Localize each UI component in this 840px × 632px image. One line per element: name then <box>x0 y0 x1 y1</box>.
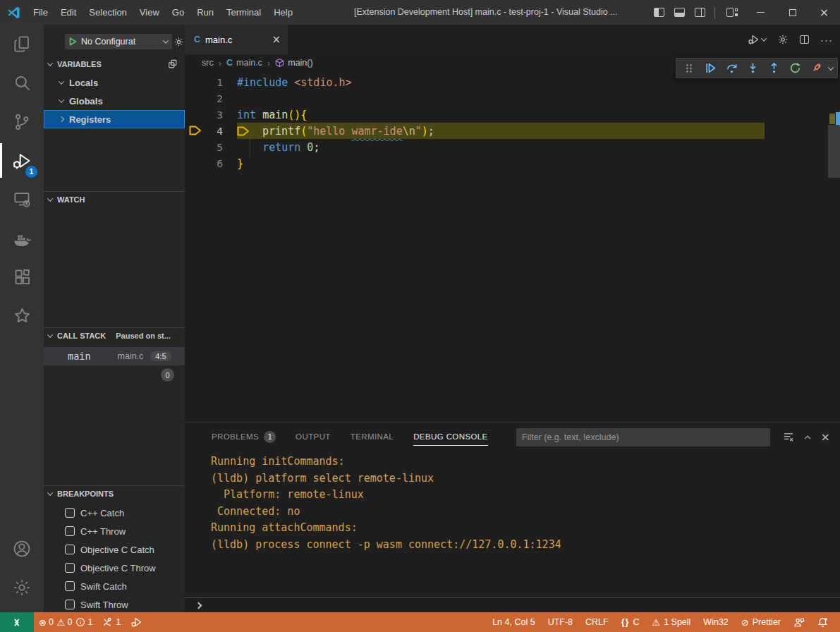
clear-console-icon[interactable] <box>783 432 794 442</box>
debug-status-icon[interactable] <box>126 614 147 630</box>
breakpoint-gutter[interactable] <box>185 74 205 90</box>
remote-indicator[interactable] <box>0 612 34 632</box>
console-filter-input[interactable] <box>516 428 770 446</box>
menu-run[interactable]: Run <box>190 4 220 22</box>
toggle-secondary-sidebar-icon[interactable] <box>695 8 705 17</box>
chevron-down-icon[interactable] <box>828 64 834 70</box>
start-debug-icon[interactable] <box>69 37 77 46</box>
close-tab-icon[interactable]: × <box>272 33 281 46</box>
more-actions-icon[interactable]: ··· <box>820 34 833 46</box>
menu-help[interactable]: Help <box>267 4 299 22</box>
breakpoint-checkbox[interactable] <box>65 508 75 518</box>
maximize-panel-icon[interactable] <box>804 436 810 442</box>
sidebar-item-remote-explorer[interactable] <box>0 180 44 219</box>
code-line[interactable]: 6} <box>185 155 840 171</box>
formatter-status[interactable]: ⊘ Prettier <box>736 614 786 630</box>
breakpoints-section-header[interactable]: BREAKPOINTS <box>44 485 185 501</box>
call-stack-section-header[interactable]: CALL STACK Paused on st... <box>44 327 185 343</box>
sidebar-item-docker[interactable] <box>0 219 44 257</box>
continue-button[interactable] <box>702 60 719 77</box>
problems-status[interactable]: ⊗ 0 ⚠ 0 1 <box>34 614 97 630</box>
code-line[interactable]: 5 return 0; <box>185 139 840 155</box>
sidebar-item-extensions[interactable] <box>0 257 44 296</box>
breakpoint-checkbox[interactable] <box>65 526 75 536</box>
panel-tab-debug-console[interactable]: DEBUG CONSOLE <box>413 423 488 451</box>
variables-item-locals[interactable]: Locals <box>44 73 185 92</box>
line-content[interactable]: int main(){ <box>237 109 307 121</box>
spell-status[interactable]: ⚠ 1 Spell <box>647 614 695 630</box>
breakpoint-checkbox[interactable] <box>65 545 75 554</box>
breakpoint-item[interactable]: C++ Catch <box>44 504 185 522</box>
breakpoint-checkbox[interactable] <box>65 600 75 609</box>
debug-config-dropdown[interactable]: No Configurat <box>65 34 172 49</box>
editor-scrollbar[interactable] <box>828 71 840 422</box>
feedback-button[interactable] <box>789 614 810 630</box>
panel-tab-terminal[interactable]: TERMINAL <box>351 423 394 451</box>
menu-selection[interactable]: Selection <box>83 4 133 22</box>
menu-edit[interactable]: Edit <box>54 4 83 22</box>
encoding[interactable]: UTF-8 <box>543 614 578 630</box>
breakpoint-gutter[interactable] <box>185 139 205 155</box>
code-line[interactable]: 3int main(){ <box>185 107 840 123</box>
code-line[interactable]: 2 <box>185 90 840 107</box>
configure-gear-button[interactable] <box>777 34 789 45</box>
watch-section-header[interactable]: WATCH <box>44 191 185 207</box>
menu-go[interactable]: Go <box>166 4 190 22</box>
breakpoint-gutter[interactable] <box>185 155 205 171</box>
breakpoint-item[interactable]: Objective C Catch <box>44 540 185 559</box>
disconnect-button[interactable] <box>808 60 824 77</box>
customize-layout-icon[interactable] <box>726 8 738 17</box>
toolbar-drag-handle[interactable] <box>681 60 698 77</box>
run-or-debug-button[interactable] <box>748 34 766 45</box>
console-input-row[interactable] <box>185 597 840 613</box>
account-button[interactable] <box>0 529 44 568</box>
sidebar-item-star[interactable] <box>0 296 44 335</box>
copy-icon[interactable] <box>168 59 178 69</box>
menu-file[interactable]: File <box>27 4 54 22</box>
variables-item-registers[interactable]: Registers <box>44 110 185 128</box>
step-out-button[interactable] <box>765 60 782 77</box>
breakpoint-item[interactable]: Objective C Throw <box>44 559 185 577</box>
notifications-button[interactable] <box>812 614 833 630</box>
menu-terminal[interactable]: Terminal <box>220 4 267 22</box>
line-content[interactable]: } <box>237 157 243 170</box>
breakpoint-gutter[interactable] <box>185 123 205 139</box>
platform-target[interactable]: Win32 <box>698 614 733 630</box>
line-content[interactable]: return 0; <box>237 141 319 154</box>
settings-button[interactable] <box>0 568 44 607</box>
minimize-button[interactable] <box>745 0 777 25</box>
sidebar-item-source-control[interactable] <box>0 102 44 141</box>
step-over-button[interactable] <box>723 60 740 77</box>
sidebar-item-search[interactable] <box>0 63 44 102</box>
breakpoint-item[interactable]: Swift Throw <box>44 595 185 614</box>
sidebar-item-explorer[interactable] <box>0 25 44 63</box>
tab-main-c[interactable]: C main.c × <box>185 25 288 54</box>
breadcrumb-src[interactable]: src <box>202 58 214 68</box>
language-mode[interactable]: {} C <box>616 614 645 630</box>
breadcrumb-file[interactable]: main.c <box>236 58 262 68</box>
toggle-panel-icon[interactable] <box>674 8 685 17</box>
stack-frame-row[interactable]: main main.c 4:5 <box>44 347 185 365</box>
breakpoint-checkbox[interactable] <box>65 581 75 591</box>
panel-tab-output[interactable]: OUTPUT <box>296 423 331 451</box>
line-content[interactable]: printf("hello wamr-ide\n"); <box>237 125 434 138</box>
breakpoint-item[interactable]: C++ Throw <box>44 522 185 540</box>
variables-section-header[interactable]: VARIABLES <box>44 56 185 72</box>
breadcrumb-symbol[interactable]: main() <box>288 58 312 68</box>
scrollbar-slider[interactable] <box>828 125 840 178</box>
breakpoint-item[interactable]: Swift Catch <box>44 577 185 595</box>
tools-status[interactable]: 1 <box>97 614 126 630</box>
breakpoint-gutter[interactable] <box>185 90 205 107</box>
eol-sequence[interactable]: CRLF <box>580 614 614 630</box>
breakpoint-gutter[interactable] <box>185 107 205 123</box>
menu-view[interactable]: View <box>133 4 166 22</box>
panel-tab-problems[interactable]: PROBLEMS1 <box>212 423 276 451</box>
restore-button[interactable] <box>777 0 808 25</box>
close-panel-icon[interactable]: × <box>821 430 830 444</box>
restart-button[interactable] <box>786 60 803 77</box>
code-line[interactable]: 4printf("hello wamr-ide\n"); <box>185 123 840 139</box>
split-editor-icon[interactable] <box>800 35 809 44</box>
toggle-sidebar-icon[interactable] <box>654 8 664 17</box>
close-button[interactable]: × <box>808 0 840 25</box>
sidebar-item-run-and-debug[interactable]: 1 <box>0 141 44 180</box>
